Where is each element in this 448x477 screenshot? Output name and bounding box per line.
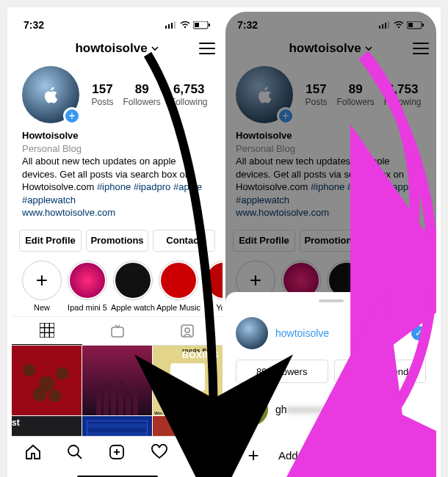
profile-actions: Edit Profile Promotions Contact: [12, 222, 223, 256]
search-icon: [66, 443, 84, 461]
heart-icon: [151, 443, 168, 461]
add-account-button[interactable]: + Add account: [236, 430, 426, 477]
svg-rect-3: [174, 21, 176, 29]
stat-posts[interactable]: 157 Posts: [91, 82, 113, 107]
wifi-icon: [180, 21, 190, 29]
menu-button[interactable]: [199, 43, 215, 54]
plus-square-icon: [108, 443, 126, 461]
post-thumb[interactable]: rpods Pr BOXING Giveaw Win Apple Airpods…: [153, 346, 223, 415]
post-thumb[interactable]: [12, 346, 82, 415]
nav-profile[interactable]: [192, 443, 211, 462]
nav-create[interactable]: [107, 443, 126, 462]
quick-stats: 89 followers 12 close friends: [236, 354, 426, 389]
add-account-label: Add account: [278, 449, 339, 462]
profile-header: + 157 Posts 89 Followers 6,753 Following: [12, 63, 223, 126]
username-label: howtoisolve: [75, 41, 147, 56]
posts-count: 157: [91, 82, 113, 97]
battery-icon: [193, 21, 211, 29]
svg-rect-1: [168, 24, 170, 29]
navbar: howtoisolve: [12, 34, 223, 63]
highlight-item[interactable]: Apple watch: [110, 261, 156, 312]
posts-label: Posts: [91, 97, 113, 107]
tab-grid[interactable]: [12, 317, 82, 345]
account-avatar: [236, 393, 268, 426]
account-switcher-sheet: howtoisolve ✓ 89 followers 12 close frie…: [225, 292, 436, 477]
highlight-item[interactable]: Yout: [201, 261, 223, 312]
profile-tabs: [12, 316, 223, 346]
home-icon: [24, 443, 42, 461]
status-bar: 7:32: [12, 12, 223, 34]
highlights-tray[interactable]: +New Ipad mini 5 Apple watch Apple Music…: [12, 256, 223, 316]
svg-line-17: [77, 454, 82, 459]
highlight-item[interactable]: Ipad mini 5: [65, 261, 110, 312]
svg-rect-27: [422, 23, 424, 26]
svg-point-16: [68, 445, 79, 456]
svg-rect-13: [112, 327, 123, 337]
close-friends-pill[interactable]: 12 close friends: [334, 360, 427, 383]
svg-rect-28: [408, 23, 413, 27]
svg-rect-24: [388, 21, 389, 29]
svg-point-4: [184, 26, 186, 28]
svg-rect-2: [171, 23, 173, 29]
svg-point-15: [185, 328, 189, 332]
plus-icon: +: [239, 440, 268, 470]
svg-rect-0: [165, 26, 167, 29]
highlight-item[interactable]: Apple Music: [156, 261, 201, 312]
promotions-button[interactable]: Promotions: [86, 230, 148, 252]
category: Personal Blog: [22, 142, 212, 156]
igtv-icon: [110, 324, 125, 338]
checkmark-icon: ✓: [411, 326, 426, 341]
following-count: 6,753: [170, 82, 208, 97]
apple-logo-icon: [40, 84, 62, 106]
phone-left: 7:32 howtoisolve +: [12, 12, 223, 477]
grid-icon: [40, 323, 54, 338]
account-name: ghxxxxxxxxxa: [275, 404, 345, 415]
chevron-down-icon: [151, 44, 159, 53]
svg-rect-14: [181, 325, 193, 337]
svg-rect-7: [195, 23, 199, 27]
edit-profile-button[interactable]: Edit Profile: [19, 230, 82, 252]
phone-right: 7:32 howtoisolve + 157Posts 89Followers …: [225, 12, 436, 477]
svg-rect-6: [209, 23, 210, 26]
svg-rect-8: [40, 323, 54, 338]
sheet-handle[interactable]: [319, 299, 344, 302]
svg-point-25: [398, 26, 400, 28]
stats: 157 Posts 89 Followers 6,753 Following: [87, 82, 212, 107]
post-thumb[interactable]: [82, 346, 152, 415]
add-story-badge[interactable]: +: [63, 107, 81, 125]
account-avatar: [236, 317, 268, 349]
highlight-new[interactable]: +New: [19, 261, 65, 312]
bottom-nav: [12, 436, 223, 477]
username-switcher[interactable]: howtoisolve: [75, 41, 159, 56]
nav-search[interactable]: [65, 443, 84, 462]
svg-rect-22: [382, 24, 383, 29]
status-time: 7:32: [24, 19, 44, 31]
tagged-icon: [180, 324, 195, 338]
account-name: howtoisolve: [275, 327, 329, 339]
tab-igtv[interactable]: [82, 317, 153, 345]
status-indicators: [165, 21, 211, 29]
followers-pill[interactable]: 89 followers: [236, 360, 328, 383]
svg-rect-23: [385, 23, 386, 29]
followers-label: Followers: [123, 97, 160, 107]
signal-icon: [165, 21, 177, 29]
account-row-current[interactable]: howtoisolve ✓: [236, 313, 426, 354]
display-name: Howtoisolve: [22, 129, 212, 142]
stat-followers[interactable]: 89 Followers: [123, 82, 160, 107]
following-label: Following: [170, 97, 208, 107]
bio: Howtoisolve Personal Blog All about new …: [12, 126, 223, 222]
tab-tagged[interactable]: [152, 317, 223, 345]
svg-rect-21: [379, 26, 380, 29]
avatar[interactable]: +: [22, 66, 79, 123]
bio-link[interactable]: www.howtoisolve.com: [22, 206, 212, 219]
profile-avatar-small: [192, 443, 211, 462]
contact-button[interactable]: Contact: [153, 230, 215, 252]
nav-home[interactable]: [24, 443, 43, 462]
nav-activity[interactable]: [150, 443, 169, 462]
stat-following[interactable]: 6,753 Following: [170, 82, 208, 107]
followers-count: 89: [123, 82, 160, 97]
account-row[interactable]: ghxxxxxxxxxa: [236, 389, 426, 430]
